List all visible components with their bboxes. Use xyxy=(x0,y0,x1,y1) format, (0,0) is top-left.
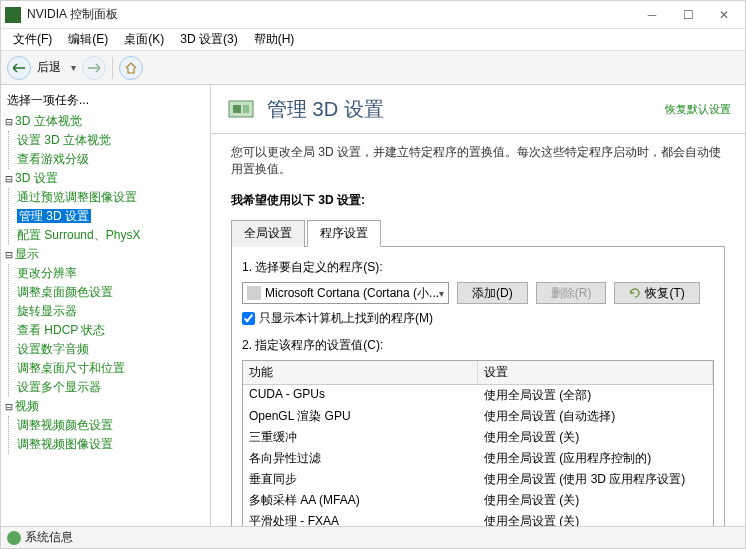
tree-item[interactable]: 管理 3D 设置 xyxy=(17,207,208,226)
tree-item-label[interactable]: 查看游戏分级 xyxy=(17,152,89,166)
tree-item-label[interactable]: 调整视频颜色设置 xyxy=(17,418,113,432)
cell-setting[interactable]: 使用全局设置 (使用 3D 应用程序设置) xyxy=(478,469,713,490)
tree-item[interactable]: 调整视频颜色设置 xyxy=(17,416,208,435)
col-setting: 设置 xyxy=(478,361,713,384)
tab-strip: 全局设置 程序设置 xyxy=(231,219,725,247)
minimize-button[interactable]: ─ xyxy=(635,4,669,26)
tree-item[interactable]: 调整桌面尺寸和位置 xyxy=(17,359,208,378)
tree-category[interactable]: ⊟显示 xyxy=(3,245,208,264)
tree-category-label[interactable]: 3D 设置 xyxy=(15,171,58,185)
cell-feature: OpenGL 渲染 GPU xyxy=(243,406,478,427)
settings-3d-icon xyxy=(225,93,257,125)
tree-item[interactable]: 通过预览调整图像设置 xyxy=(17,188,208,207)
chevron-down-icon: ▾ xyxy=(439,288,444,299)
svg-rect-1 xyxy=(233,105,241,113)
menu-3d-settings[interactable]: 3D 设置(3) xyxy=(172,29,245,50)
tree-toggle-icon[interactable]: ⊟ xyxy=(3,172,15,186)
page-description: 您可以更改全局 3D 设置，并建立特定程序的置换值。每次这些特定程序启动时，都会… xyxy=(211,134,745,184)
table-row[interactable]: CUDA - GPUs使用全局设置 (全部) xyxy=(243,385,713,406)
home-icon xyxy=(125,62,137,74)
tree-category-label[interactable]: 3D 立体视觉 xyxy=(15,114,82,128)
tree-item-label[interactable]: 调整桌面尺寸和位置 xyxy=(17,361,125,375)
tab-program-settings[interactable]: 程序设置 xyxy=(307,220,381,247)
tree-category-label[interactable]: 显示 xyxy=(15,247,39,261)
restore-defaults-link[interactable]: 恢复默认设置 xyxy=(665,102,731,117)
tree-item-label[interactable]: 调整视频图像设置 xyxy=(17,437,113,451)
col-feature: 功能 xyxy=(243,361,478,384)
table-row[interactable]: 平滑处理 - FXAA使用全局设置 (关) xyxy=(243,511,713,526)
cortana-app-icon xyxy=(247,286,261,300)
table-row[interactable]: 各向异性过滤使用全局设置 (应用程序控制的) xyxy=(243,448,713,469)
main-header: 管理 3D 设置 恢复默认设置 xyxy=(211,85,745,134)
tree-item-label[interactable]: 更改分辨率 xyxy=(17,266,77,280)
back-arrow-icon xyxy=(13,62,25,74)
table-row[interactable]: 多帧采样 AA (MFAA)使用全局设置 (关) xyxy=(243,490,713,511)
tree-item[interactable]: 设置数字音频 xyxy=(17,340,208,359)
tree-item[interactable]: 调整桌面颜色设置 xyxy=(17,283,208,302)
tree-item-label[interactable]: 调整桌面颜色设置 xyxy=(17,285,113,299)
cell-setting[interactable]: 使用全局设置 (应用程序控制的) xyxy=(478,448,713,469)
add-button[interactable]: 添加(D) xyxy=(457,282,528,304)
tree-item[interactable]: 配置 Surround、PhysX xyxy=(17,226,208,245)
tree-category-label[interactable]: 视频 xyxy=(15,399,39,413)
only-found-programs-checkbox[interactable] xyxy=(242,312,255,325)
close-button[interactable]: ✕ xyxy=(707,4,741,26)
menu-file[interactable]: 文件(F) xyxy=(5,29,60,50)
tree-item[interactable]: 查看 HDCP 状态 xyxy=(17,321,208,340)
tree-item[interactable]: 旋转显示器 xyxy=(17,302,208,321)
restore-button[interactable]: 恢复(T) xyxy=(614,282,699,304)
remove-button: 删除(R) xyxy=(536,282,607,304)
menu-desktop[interactable]: 桌面(K) xyxy=(116,29,172,50)
cell-setting[interactable]: 使用全局设置 (全部) xyxy=(478,385,713,406)
tab-global-settings[interactable]: 全局设置 xyxy=(231,220,305,247)
tree-item[interactable]: 更改分辨率 xyxy=(17,264,208,283)
forward-arrow-icon xyxy=(88,62,100,74)
tree-item-label[interactable]: 旋转显示器 xyxy=(17,304,77,318)
menu-edit[interactable]: 编辑(E) xyxy=(60,29,116,50)
sysinfo-link[interactable]: 系统信息 xyxy=(25,529,73,546)
home-button[interactable] xyxy=(119,56,143,80)
settings-table[interactable]: 功能 设置 CUDA - GPUs使用全局设置 (全部)OpenGL 渲染 GP… xyxy=(242,360,714,526)
menu-help[interactable]: 帮助(H) xyxy=(246,29,303,50)
cell-setting[interactable]: 使用全局设置 (自动选择) xyxy=(478,406,713,427)
program-settings-panel: 1. 选择要自定义的程序(S): Microsoft Cortana (Cort… xyxy=(231,247,725,526)
tree-item-label[interactable]: 管理 3D 设置 xyxy=(17,209,91,223)
tree-category[interactable]: ⊟视频 xyxy=(3,397,208,416)
step1-label: 1. 选择要自定义的程序(S): xyxy=(242,259,714,276)
nvidia-app-icon xyxy=(5,7,21,23)
tree-item[interactable]: 设置多个显示器 xyxy=(17,378,208,397)
menubar: 文件(F) 编辑(E) 桌面(K) 3D 设置(3) 帮助(H) xyxy=(1,29,745,51)
program-select[interactable]: Microsoft Cortana (Cortana (小... ▾ xyxy=(242,282,449,304)
cell-setting[interactable]: 使用全局设置 (关) xyxy=(478,427,713,448)
tree-item[interactable]: 设置 3D 立体视觉 xyxy=(17,131,208,150)
tree-toggle-icon[interactable]: ⊟ xyxy=(3,115,15,129)
tree-category[interactable]: ⊟3D 立体视觉 xyxy=(3,112,208,131)
task-tree: ⊟3D 立体视觉设置 3D 立体视觉查看游戏分级⊟3D 设置通过预览调整图像设置… xyxy=(3,112,208,454)
sub-header: 我希望使用以下 3D 设置: xyxy=(211,184,745,215)
tree-item-label[interactable]: 配置 Surround、PhysX xyxy=(17,228,140,242)
statusbar: 系统信息 xyxy=(1,526,745,548)
tree-item[interactable]: 调整视频图像设置 xyxy=(17,435,208,454)
tree-toggle-icon[interactable]: ⊟ xyxy=(3,400,15,414)
table-row[interactable]: 垂直同步使用全局设置 (使用 3D 应用程序设置) xyxy=(243,469,713,490)
tree-item-label[interactable]: 通过预览调整图像设置 xyxy=(17,190,137,204)
forward-button xyxy=(82,56,106,80)
back-button[interactable] xyxy=(7,56,31,80)
tree-item[interactable]: 查看游戏分级 xyxy=(17,150,208,169)
cell-feature: 三重缓冲 xyxy=(243,427,478,448)
table-row[interactable]: OpenGL 渲染 GPU使用全局设置 (自动选择) xyxy=(243,406,713,427)
cell-setting[interactable]: 使用全局设置 (关) xyxy=(478,490,713,511)
toolbar-dropdown-icon[interactable]: ▾ xyxy=(71,62,76,73)
maximize-button[interactable]: ☐ xyxy=(671,4,705,26)
tree-item-label[interactable]: 设置 3D 立体视觉 xyxy=(17,133,111,147)
tree-item-label[interactable]: 设置多个显示器 xyxy=(17,380,101,394)
tree-category[interactable]: ⊟3D 设置 xyxy=(3,169,208,188)
tree-item-label[interactable]: 查看 HDCP 状态 xyxy=(17,323,105,337)
cell-feature: CUDA - GPUs xyxy=(243,385,478,406)
cell-feature: 多帧采样 AA (MFAA) xyxy=(243,490,478,511)
program-select-text: Microsoft Cortana (Cortana (小... xyxy=(265,285,439,302)
tree-toggle-icon[interactable]: ⊟ xyxy=(3,248,15,262)
cell-setting[interactable]: 使用全局设置 (关) xyxy=(478,511,713,526)
tree-item-label[interactable]: 设置数字音频 xyxy=(17,342,89,356)
table-row[interactable]: 三重缓冲使用全局设置 (关) xyxy=(243,427,713,448)
